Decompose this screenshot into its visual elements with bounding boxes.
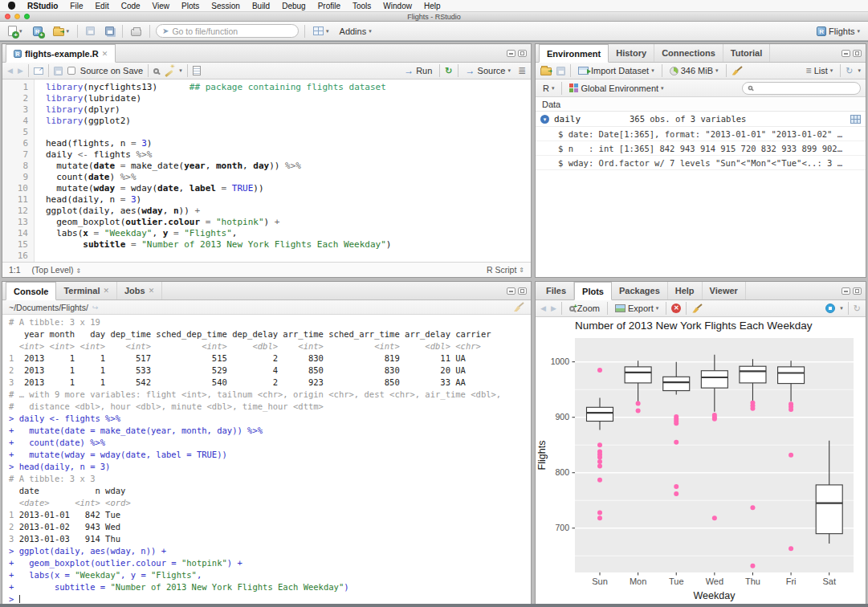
menu-item[interactable]: Window (383, 2, 412, 10)
tab-jobs[interactable]: Jobs✕ (117, 282, 162, 299)
scope-selector[interactable]: (Top Level) ⇕ (32, 265, 82, 275)
previous-plot-icon[interactable]: ◀ (540, 304, 546, 312)
menu-item[interactable]: Help (424, 2, 441, 10)
close-tab-icon[interactable]: ✕ (103, 287, 109, 295)
menu-item[interactable]: Build (252, 2, 270, 10)
tab-environment[interactable]: Environment (539, 44, 609, 63)
memory-usage-button[interactable]: 346 MiB▾ (667, 64, 721, 77)
remove-plot-icon[interactable]: ✕ (671, 304, 681, 313)
tab-viewer[interactable]: Viewer (703, 282, 746, 299)
minimize-pane-icon[interactable] (842, 287, 850, 295)
menu-item[interactable]: View (153, 2, 170, 10)
clear-console-icon[interactable] (513, 302, 524, 312)
refresh-icon[interactable]: ↻ (846, 67, 853, 75)
menu-item[interactable]: File (70, 2, 83, 10)
close-tab-icon[interactable]: ✕ (102, 50, 108, 58)
language-selector[interactable]: R▾ (540, 82, 556, 95)
save-all-button[interactable] (103, 25, 116, 37)
menu-item[interactable]: Debug (282, 2, 305, 10)
console-line: 2 2013 1 1 533 529 4 850 830 20 UA (9, 365, 524, 377)
new-file-button[interactable]: ▾ (6, 24, 25, 38)
close-tab-icon[interactable]: ✕ (149, 287, 155, 295)
run-button[interactable]: →Run (401, 64, 434, 77)
save-button[interactable] (84, 25, 97, 37)
compile-report-icon[interactable] (193, 66, 201, 75)
rerun-icon[interactable]: ↻ (445, 67, 452, 75)
pane-layout-button[interactable]: ▾ (311, 25, 332, 37)
tab-history[interactable]: History (609, 44, 654, 62)
menu-item[interactable]: Code (121, 2, 141, 10)
console-line: date n wday (9, 485, 524, 497)
clear-all-plots-icon[interactable] (691, 304, 703, 314)
source-on-save-checkbox[interactable] (67, 67, 75, 75)
tab-terminal[interactable]: Terminal✕ (56, 282, 117, 299)
maximize-pane-icon[interactable] (518, 287, 527, 295)
tab-help[interactable]: Help (668, 282, 703, 299)
code-line: library(dplyr) (46, 104, 531, 116)
import-dataset-button[interactable]: Import Dataset▾ (576, 64, 657, 77)
environment-search-input[interactable] (742, 82, 861, 95)
editor-statusbar: 1:1 (Top Level) ⇕ R Script ⇕ (2, 262, 531, 277)
code-content[interactable]: library(nycflights13) ## package contain… (35, 79, 531, 262)
tab-plots[interactable]: Plots (574, 282, 612, 300)
scope-selector[interactable]: Global Environment▾ (567, 82, 666, 95)
title-bar[interactable]: Flights - RStudio (0, 12, 868, 22)
maximize-pane-icon[interactable] (853, 287, 862, 295)
maximize-pane-icon[interactable] (853, 50, 862, 57)
save-workspace-icon[interactable] (556, 67, 565, 75)
print-button[interactable] (128, 25, 144, 38)
goto-file-input[interactable]: ➤ Go to file/function (156, 24, 299, 38)
menu-item[interactable]: Session (211, 2, 240, 10)
addins-button[interactable]: Addins▾ (337, 25, 374, 38)
export-image-icon (615, 304, 626, 312)
code-editor[interactable]: 12345678910111213141516 library(nycfligh… (2, 79, 531, 262)
open-in-new-window-icon[interactable] (34, 67, 43, 75)
apple-menu-icon[interactable] (8, 2, 15, 10)
menu-item[interactable]: RStudio (27, 2, 58, 10)
project-button[interactable]: RFlights▾ (814, 25, 862, 38)
file-type-selector[interactable]: R Script ⇕ (487, 265, 524, 275)
tab-packages[interactable]: Packages (612, 282, 668, 299)
save-icon[interactable] (54, 67, 63, 75)
goto-directory-icon[interactable]: ↪ (92, 304, 99, 312)
menu-item[interactable]: Profile (318, 2, 340, 10)
expand-object-icon[interactable]: ▾ (540, 115, 549, 124)
load-workspace-icon[interactable] (540, 67, 552, 75)
console-output[interactable]: # A tibble: 3 x 19 year month day dep_ti… (2, 315, 531, 605)
list-view-button[interactable]: ≡List▾ (804, 64, 836, 77)
document-outline-icon[interactable]: ≣ (518, 67, 526, 75)
clear-environment-icon[interactable] (731, 66, 743, 76)
minimize-pane-icon[interactable] (842, 50, 850, 57)
zoom-plot-button[interactable]: Zoom (567, 302, 602, 315)
console-line: # distance <dbl>, hour <dbl>, minute <db… (9, 401, 524, 413)
new-project-button[interactable]: R (31, 25, 45, 38)
plots-pane: Files Plots Packages Help Viewer ◀ ▶ Zoo… (535, 281, 866, 605)
next-plot-icon[interactable]: ▶ (551, 304, 556, 312)
maximize-pane-icon[interactable] (518, 50, 527, 57)
back-icon[interactable]: ◀ (7, 67, 13, 75)
refresh-plot-icon[interactable]: ↻ (854, 304, 861, 313)
data-object-row[interactable]: ▾ daily 365 obs. of 3 variables (536, 112, 866, 127)
toolbar-separator (77, 25, 78, 38)
code-tools-icon[interactable] (164, 66, 174, 76)
forward-icon[interactable]: ▶ (18, 67, 23, 75)
open-file-button[interactable]: ▾ (51, 25, 72, 38)
environment-toolbar: Import Dataset▾ 346 MiB▾ ≡List▾ ↻▾ (536, 63, 866, 79)
tab-files[interactable]: Files (539, 282, 574, 299)
export-plot-button[interactable]: Export▾ (613, 302, 661, 315)
find-replace-icon[interactable] (153, 68, 159, 74)
tab-connections[interactable]: Connections (654, 44, 723, 62)
minimize-pane-icon[interactable] (507, 287, 516, 295)
svg-text:Thu: Thu (745, 576, 760, 586)
menu-item[interactable]: Edit (95, 2, 108, 10)
view-data-icon[interactable] (850, 115, 861, 124)
publish-icon[interactable] (825, 304, 835, 313)
source-button[interactable]: →Source▾ (463, 64, 513, 77)
menu-item[interactable]: Plots (181, 2, 199, 10)
memory-pie-icon (670, 67, 679, 75)
tab-console[interactable]: Console (6, 282, 56, 300)
tab-flights-example[interactable]: R flights-example.R ✕ (6, 44, 116, 63)
tab-tutorial[interactable]: Tutorial (723, 44, 771, 62)
menu-item[interactable]: Tools (352, 2, 371, 10)
minimize-pane-icon[interactable] (507, 50, 516, 57)
